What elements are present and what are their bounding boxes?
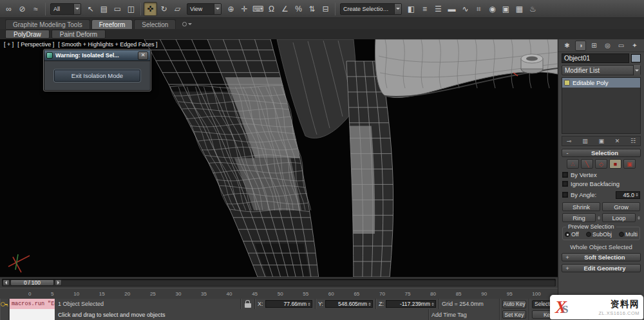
select-and-manipulate-icon[interactable]: ✛ — [238, 2, 251, 16]
maxscript-listener-field[interactable] — [9, 309, 55, 320]
exit-isolation-mode-button[interactable]: Exit Isolation Mode — [54, 70, 140, 82]
grow-button[interactable]: Grow — [602, 202, 640, 211]
command-tab-utilities[interactable]: ✦ — [629, 41, 640, 51]
subtab-paint-deform[interactable]: Paint Deform — [52, 30, 106, 39]
time-slider-handle[interactable]: 0 / 100 — [10, 279, 54, 286]
loop-button[interactable]: Loop — [602, 213, 636, 222]
render-production-icon[interactable]: ♨ — [526, 2, 540, 16]
mirror-icon[interactable]: ◧ — [404, 2, 418, 16]
preview-off-radio[interactable]: Off — [565, 231, 579, 238]
subtab-polydraw[interactable]: PolyDraw — [5, 30, 50, 39]
reference-coordinate-dropdown[interactable]: View — [187, 3, 222, 15]
tab-freeform[interactable]: Freeform — [91, 19, 133, 29]
edit-geometry-rollout[interactable]: + Edit Geometry — [562, 264, 641, 272]
unlink-selection-icon[interactable]: ⊘ — [15, 2, 29, 16]
ribbon-toggle-icon[interactable]: ▬ — [445, 2, 459, 16]
macro-recorder-field[interactable]: macros.run "Ed — [9, 299, 55, 309]
select-object-icon[interactable]: ↖ — [84, 2, 97, 16]
select-and-rotate-icon[interactable]: ↻ — [157, 2, 171, 16]
track-bar[interactable]: 0510152025303540455055606570758085909510… — [0, 288, 558, 299]
percent-snap-icon[interactable]: % — [292, 2, 305, 16]
viewport-pov-menu[interactable]: [ Perspective ] — [17, 41, 54, 48]
set-key-button[interactable]: Set Key — [502, 310, 526, 319]
stack-item-editable-poly[interactable]: Editable Poly — [562, 78, 640, 88]
chevron-down-icon[interactable] — [214, 4, 221, 14]
ring-spinner-icon[interactable] — [598, 215, 600, 221]
previous-frame-arrow-icon[interactable] — [3, 279, 10, 286]
tab-graphite-modeling-tools[interactable]: Graphite Modeling Tools — [5, 19, 90, 29]
x-coordinate-field[interactable]: 77.66mm — [265, 300, 312, 308]
select-and-move-icon[interactable]: ✜ — [144, 2, 157, 16]
ignore-backfacing-checkbox[interactable]: Ignore Backfacing — [562, 180, 640, 187]
object-color-swatch[interactable] — [631, 54, 641, 62]
schematic-view-icon[interactable]: ⌗ — [472, 2, 486, 16]
remove-modifier-icon[interactable]: ✕ — [615, 138, 620, 144]
by-vertex-checkbox[interactable]: By Vertex — [562, 171, 640, 178]
soft-selection-rollout[interactable]: + Soft Selection — [562, 253, 641, 261]
ribbon-options-icon[interactable] — [182, 21, 192, 27]
z-coordinate-field[interactable]: -117.239mm — [386, 300, 436, 308]
loop-spinner-icon[interactable] — [638, 215, 640, 221]
modifier-list-dropdown[interactable]: Modifier List — [562, 65, 641, 75]
edit-named-selection-sets-icon[interactable]: ⊟ — [319, 2, 332, 16]
selection-filter-dropdown[interactable]: All — [50, 3, 81, 15]
preview-multi-radio[interactable]: Multi — [619, 231, 638, 238]
ring-button[interactable]: Ring — [562, 213, 596, 222]
close-icon[interactable]: ✕ — [138, 52, 148, 60]
time-slider[interactable]: 0 / 100 — [0, 277, 558, 288]
selection-rollout-header[interactable]: - Selection — [562, 149, 641, 157]
shrink-button[interactable]: Shrink — [562, 202, 600, 211]
preview-subobj-radio[interactable]: SubObj — [586, 231, 612, 238]
add-time-tag[interactable]: Add Time Tag — [429, 309, 500, 320]
rectangular-selection-region-icon[interactable]: ▭ — [111, 2, 124, 16]
spinner-icon[interactable] — [636, 192, 638, 198]
chevron-down-icon[interactable] — [73, 4, 80, 14]
rendered-frame-window-icon[interactable]: ▦ — [513, 2, 526, 16]
auto-key-button[interactable]: Auto Key — [502, 300, 526, 308]
command-tab-display[interactable]: ▭ — [616, 41, 627, 51]
command-tab-hierarchy[interactable]: ⊞ — [589, 41, 600, 51]
command-tab-modify[interactable]: ◑ — [575, 41, 586, 51]
object-name-field[interactable]: Object01 — [562, 53, 629, 63]
dialog-title-bar[interactable]: Warning: Isolated Sel... ✕ — [44, 50, 150, 61]
curve-editor-icon[interactable]: ∿ — [459, 2, 472, 16]
angle-snap-icon[interactable]: ∠ — [278, 2, 292, 16]
subobject-vertex-icon[interactable]: ∴ — [567, 159, 579, 169]
by-angle-checkbox[interactable]: By Angle: — [562, 191, 596, 198]
subobject-border-icon[interactable]: ◇ — [595, 159, 607, 169]
command-tab-create[interactable]: ✱ — [562, 41, 573, 51]
select-by-name-icon[interactable]: ▤ — [97, 2, 111, 16]
command-tab-motion[interactable]: ◎ — [602, 41, 613, 51]
tab-selection[interactable]: Selection — [134, 19, 176, 29]
snaps-toggle-icon[interactable]: Ω — [265, 2, 278, 16]
modifier-stack[interactable]: Editable Poly — [562, 77, 641, 134]
perspective-viewport[interactable]: [ + ] [ Perspective ] [ Smooth + Highlig… — [0, 39, 558, 277]
viewport-general-menu[interactable]: [ + ] — [4, 41, 14, 48]
configure-modifier-sets-icon[interactable]: ☷ — [630, 138, 636, 144]
layer-manager-icon[interactable]: ☰ — [431, 2, 445, 16]
subobject-edge-icon[interactable]: ╲ — [581, 159, 593, 169]
viewport-shading-menu[interactable]: [ Smooth + Highlights + Edged Faces ] — [58, 41, 157, 48]
y-coordinate-field[interactable]: 548.605mm — [325, 300, 373, 308]
time-slider-track[interactable]: 0 / 100 — [2, 279, 556, 287]
show-end-result-icon[interactable]: ▥ — [582, 138, 588, 144]
next-frame-arrow-icon[interactable] — [55, 279, 62, 286]
subobject-element-icon[interactable]: ▣ — [623, 159, 636, 169]
pin-stack-icon[interactable]: ⊸ — [567, 138, 572, 144]
select-and-link-icon[interactable]: ∞ — [2, 2, 15, 16]
spinner-snap-icon[interactable]: ⇅ — [305, 2, 319, 16]
named-selection-sets-dropdown[interactable]: Create Selection Se — [340, 3, 402, 15]
subobject-polygon-icon[interactable]: ■ — [609, 159, 621, 169]
keyboard-shortcut-override-icon[interactable]: ⌨ — [251, 2, 265, 16]
window-crossing-icon[interactable]: ◫ — [124, 2, 138, 16]
select-and-scale-icon[interactable]: ▱ — [171, 2, 184, 16]
bind-to-space-warp-icon[interactable]: ≈ — [29, 2, 43, 16]
render-setup-icon[interactable]: ▣ — [499, 2, 513, 16]
angle-value-field[interactable]: 45.0 — [616, 191, 640, 199]
align-icon[interactable]: ≡ — [418, 2, 431, 16]
material-editor-icon[interactable]: ◉ — [486, 2, 499, 16]
make-unique-icon[interactable]: ▣ — [598, 138, 604, 144]
chevron-down-icon[interactable] — [633, 65, 640, 75]
use-pivot-point-center-icon[interactable]: ⊕ — [224, 2, 238, 16]
chevron-down-icon[interactable] — [394, 4, 401, 14]
